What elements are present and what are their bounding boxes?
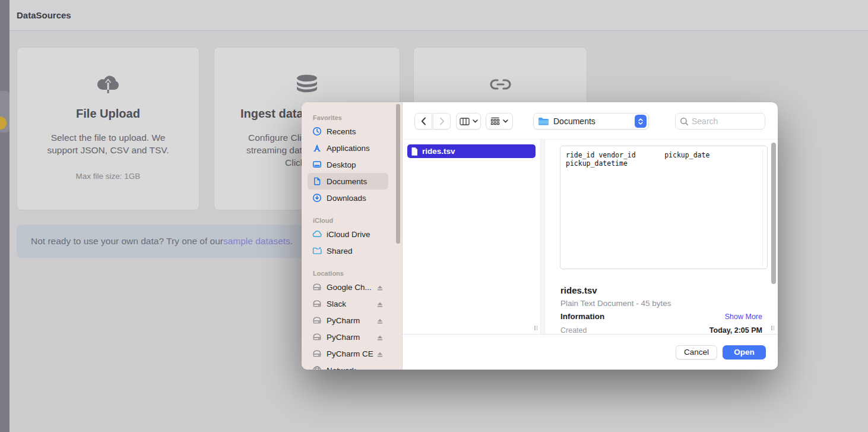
sidebar-item-label: PyCharm [327, 316, 360, 325]
file-list-column: rides.tsv [403, 140, 540, 334]
sidebar-item-label: PyCharm CE [327, 349, 373, 358]
sidebar-item-documents[interactable]: Documents [308, 173, 388, 190]
columns-icon [460, 118, 470, 125]
sidebar-section-label: Locations [313, 270, 402, 278]
appstore-icon [312, 143, 322, 153]
sidebar-section-label: iCloud [313, 217, 402, 225]
open-file-dialog: Favorites Recents Applications Desktop D… [302, 102, 778, 370]
chevron-right-icon [439, 117, 445, 125]
sidebar-item-google-drive[interactable]: Google Ch... [308, 279, 388, 295]
preview-file-kind: Plain Text Document - 45 bytes [560, 299, 671, 308]
cancel-button[interactable]: Cancel [676, 345, 717, 360]
sidebar-item-label: Applications [327, 144, 370, 153]
sidebar-scrollbar[interactable] [396, 104, 400, 244]
preview-file-name: rides.tsv [560, 285, 597, 295]
sidebar-item-pycharm-ce[interactable]: PyCharm CE [308, 345, 388, 362]
chevron-down-icon [638, 122, 643, 125]
sidebar-item-label: Recents [327, 127, 356, 136]
preview-column: ride_id vendor_id pickup_date pickup_dat… [545, 140, 778, 334]
external-drive-icon [312, 332, 322, 342]
sidebar-item-label: Desktop [327, 160, 356, 169]
external-drive-icon [312, 282, 322, 292]
finder-sidebar: Favorites Recents Applications Desktop D… [302, 102, 403, 370]
group-view-button[interactable] [486, 113, 513, 130]
sidebar-item-label: Shared [327, 247, 353, 256]
preview-text-line: pickup_datetime [566, 159, 762, 168]
sidebar-item-slack[interactable]: Slack [308, 295, 388, 312]
location-label: Documents [553, 116, 635, 126]
column-view-button[interactable] [456, 113, 481, 130]
sidebar-item-shared[interactable]: Shared [308, 242, 388, 259]
sidebar-item-label: Google Ch... [327, 283, 372, 292]
file-name: rides.tsv [422, 147, 455, 156]
sidebar-item-pycharm[interactable]: PyCharm [308, 312, 388, 329]
sidebar-section-label: Favorites [313, 114, 402, 122]
chevron-up-icon [638, 118, 643, 121]
sidebar-item-label: Documents [327, 177, 367, 186]
text-file-icon [410, 147, 419, 156]
download-icon [312, 193, 322, 203]
browser-scrollbar[interactable] [771, 143, 776, 284]
eject-icon[interactable] [376, 283, 384, 294]
dialog-main: Documents rides.tsv [403, 102, 778, 370]
search-input[interactable] [692, 116, 757, 126]
column-divider [540, 140, 545, 334]
information-label: Information [560, 312, 604, 321]
dialog-footer: Cancel Open [403, 334, 778, 370]
eject-icon[interactable] [376, 300, 384, 311]
chevron-down-icon [473, 119, 478, 123]
eject-icon[interactable] [376, 317, 384, 327]
clock-icon [312, 127, 322, 136]
sidebar-item-applications[interactable]: Applications [308, 140, 388, 156]
sidebar-item-downloads[interactable]: Downloads [308, 190, 388, 206]
preview-text-line: ride_id vendor_id pickup_date [566, 151, 762, 159]
chevron-left-icon [421, 117, 426, 125]
file-row-rides-tsv[interactable]: rides.tsv [407, 144, 536, 158]
external-drive-icon [312, 349, 322, 358]
column-browser: rides.tsv ride_id vendor_id pickup_date … [403, 140, 778, 334]
location-dropdown[interactable]: Documents [533, 113, 649, 130]
external-drive-icon [312, 299, 322, 308]
eject-icon[interactable] [376, 333, 384, 344]
globe-icon [312, 365, 322, 370]
sidebar-item-label: Network [327, 366, 356, 370]
sidebar-item-label: Slack [327, 299, 346, 308]
show-more-link[interactable]: Show More [725, 313, 762, 321]
dropdown-stepper[interactable] [635, 115, 647, 128]
external-drive-icon [312, 316, 322, 325]
open-button[interactable]: Open [723, 345, 766, 360]
sidebar-item-desktop[interactable]: Desktop [308, 156, 388, 173]
shared-folder-icon [312, 246, 322, 256]
created-value: Today, 2:05 PM [709, 326, 762, 335]
forward-button[interactable] [433, 113, 451, 130]
desktop-icon [312, 160, 322, 169]
sidebar-item-network[interactable]: Network [308, 362, 388, 370]
sidebar-item-label: PyCharm [327, 333, 360, 342]
document-icon [312, 176, 322, 186]
sidebar-item-icloud-drive[interactable]: iCloud Drive [308, 226, 388, 242]
file-preview-box: ride_id vendor_id pickup_date pickup_dat… [560, 146, 768, 269]
search-icon [680, 117, 689, 126]
preview-scrollbar-track [762, 149, 763, 266]
folder-icon [538, 116, 549, 126]
sidebar-item-label: Downloads [327, 194, 366, 203]
back-button[interactable] [414, 113, 432, 130]
cloud-icon [312, 229, 322, 239]
search-field[interactable] [675, 113, 765, 130]
grouping-icon [490, 117, 500, 125]
sidebar-item-pycharm-2[interactable]: PyCharm [308, 329, 388, 345]
sidebar-item-label: iCloud Drive [327, 230, 370, 239]
dialog-toolbar: Documents [403, 102, 778, 140]
column-resize-handle[interactable] [534, 326, 537, 330]
eject-icon[interactable] [376, 350, 384, 361]
sidebar-item-recents[interactable]: Recents [308, 123, 388, 140]
column-resize-handle[interactable] [771, 326, 774, 330]
created-label: Created [560, 326, 587, 335]
chevron-down-icon [503, 119, 508, 123]
